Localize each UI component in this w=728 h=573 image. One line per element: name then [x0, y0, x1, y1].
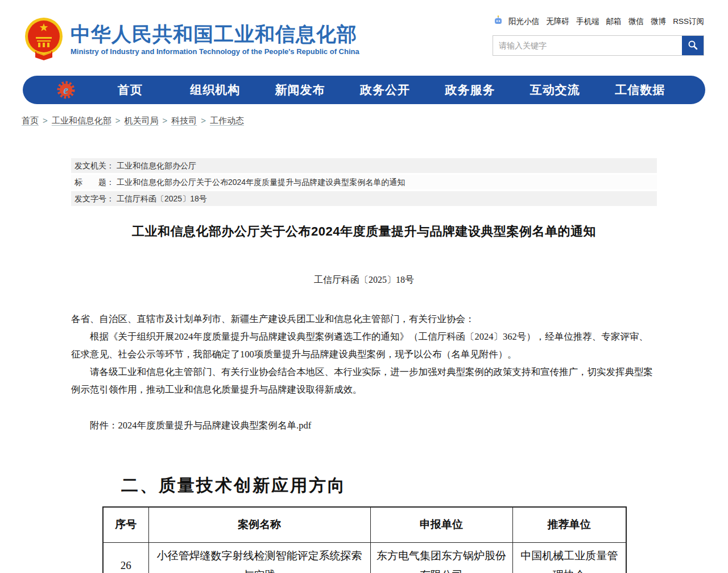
breadcrumb-separator: > — [201, 116, 206, 125]
search-input[interactable] — [493, 36, 682, 55]
breadcrumb-item[interactable]: 首页 — [22, 116, 39, 125]
nav-item[interactable]: 新闻发布 — [258, 82, 342, 98]
attachment-link[interactable]: 附件：2024年度质量提升与品牌建设典型案例名单.pdf — [71, 417, 657, 434]
doc-body: 工信厅科函〔2025〕18号 各省、自治区、直辖市及计划单列市、新疆生产建设兵团… — [71, 271, 657, 434]
brand: 中华人民共和国工业和信息化部 Ministry of Industry and … — [24, 16, 359, 63]
table-cell: 26 — [103, 542, 148, 573]
table-header-cell: 案例名称 — [148, 507, 370, 542]
meta-label: 发文字号： — [75, 194, 114, 203]
nav-item[interactable]: 互动交流 — [512, 82, 597, 98]
document-area: 发文机关：工业和信息化部办公厅标 题：工业和信息化部办公厅关于公布2024年度质… — [71, 158, 657, 573]
breadcrumb-item[interactable]: 科技司 — [171, 116, 197, 125]
paragraph: 根据《关于组织开展2024年度质量提升与品牌建设典型案例遴选工作的通知》（工信厅… — [71, 328, 657, 363]
national-emblem-icon — [24, 16, 64, 63]
table-header-cell: 推荐单位 — [512, 507, 626, 542]
breadcrumb: 首页>工业和信息化部>机关司局>科技司>工作动态 — [22, 116, 728, 126]
nav-item[interactable]: 首页 — [88, 82, 172, 98]
nav-item[interactable]: 政务服务 — [428, 82, 512, 98]
table-cell: 小径管焊缝数字射线检测智能评定系统探索与实践 — [148, 542, 370, 573]
table-cell: 中国机械工业质量管理协会 — [512, 542, 626, 573]
case-table: 序号案例名称申报单位推荐单位 26小径管焊缝数字射线检测智能评定系统探索与实践东… — [102, 506, 627, 573]
top-links-list: 阳光小信无障碍手机端邮箱微信微博RSS订阅 — [508, 17, 704, 27]
doc-title: 工业和信息化部办公厅关于公布2024年度质量提升与品牌建设典型案例名单的通知 — [71, 223, 657, 240]
table-header-row: 序号案例名称申报单位推荐单位 — [103, 507, 626, 542]
meta-label: 标 题： — [75, 178, 114, 187]
breadcrumb-item[interactable]: 工业和信息化部 — [52, 116, 111, 125]
site-subtitle: Ministry of Industry and Information Tec… — [71, 47, 359, 56]
site-header: 中华人民共和国工业和信息化部 Ministry of Industry and … — [0, 0, 728, 76]
top-link[interactable]: 邮箱 — [606, 17, 622, 27]
meta-value: 工业和信息化部办公厅关于公布2024年度质量提升与品牌建设典型案例名单的通知 — [117, 178, 405, 187]
top-link[interactable]: 手机端 — [576, 17, 599, 27]
nav-item[interactable]: 组织机构 — [172, 82, 257, 98]
table-header-cell: 申报单位 — [370, 507, 512, 542]
breadcrumb-separator: > — [115, 116, 121, 125]
sunshine-robot-icon — [493, 15, 504, 28]
nav-item[interactable]: 工信数据 — [598, 82, 682, 98]
paragraph: 请各级工业和信息化主管部门、有关行业协会结合本地区、本行业实际，进一步加强对典型… — [71, 363, 657, 398]
meta-row: 发文字号：工信厅科函〔2025〕18号 — [71, 191, 657, 206]
breadcrumb-item[interactable]: 机关司局 — [125, 116, 159, 125]
table-cell: 东方电气集团东方锅炉股份有限公司 — [370, 542, 512, 573]
meta-label: 发文机关： — [75, 161, 114, 170]
top-links: 阳光小信无障碍手机端邮箱微信微博RSS订阅 — [493, 15, 704, 28]
top-link[interactable]: 微博 — [651, 17, 666, 27]
table-header-cell: 序号 — [103, 507, 148, 542]
top-link[interactable]: 无障碍 — [546, 17, 569, 27]
salutation: 各省、自治区、直辖市及计划单列市、新疆生产建设兵团工业和信息化主管部门，有关行业… — [71, 310, 657, 328]
gear-logo-icon: e — [56, 80, 76, 100]
breadcrumb-separator: > — [163, 116, 168, 125]
meta-row: 标 题：工业和信息化部办公厅关于公布2024年度质量提升与品牌建设典型案例名单的… — [71, 175, 657, 189]
table-row: 26小径管焊缝数字射线检测智能评定系统探索与实践东方电气集团东方锅炉股份有限公司… — [103, 542, 626, 573]
search-box — [493, 35, 704, 56]
meta-value: 工业和信息化部办公厅 — [117, 161, 196, 170]
breadcrumb-separator: > — [43, 116, 48, 125]
header-right: 阳光小信无障碍手机端邮箱微信微博RSS订阅 — [493, 15, 704, 56]
meta-value: 工信厅科函〔2025〕18号 — [117, 194, 207, 203]
search-button[interactable] — [682, 36, 704, 55]
section-heading: 二、质量技术创新应用方向 — [121, 474, 657, 497]
doc-meta: 发文机关：工业和信息化部办公厅标 题：工业和信息化部办公厅关于公布2024年度质… — [71, 158, 657, 206]
table-body: 26小径管焊缝数字射线检测智能评定系统探索与实践东方电气集团东方锅炉股份有限公司… — [103, 542, 626, 573]
nav-item[interactable]: 政务公开 — [342, 82, 427, 98]
meta-row: 发文机关：工业和信息化部办公厅 — [71, 158, 657, 173]
top-link[interactable]: 微信 — [628, 17, 644, 27]
brand-text: 中华人民共和国工业和信息化部 Ministry of Industry and … — [71, 23, 359, 56]
search-icon — [688, 40, 698, 52]
breadcrumb-item[interactable]: 工作动态 — [210, 116, 244, 125]
top-link[interactable]: RSS订阅 — [673, 17, 704, 27]
svg-text:e: e — [64, 84, 69, 96]
site-title: 中华人民共和国工业和信息化部 — [71, 23, 359, 46]
top-link[interactable]: 阳光小信 — [508, 17, 539, 27]
doc-number: 工信厅科函〔2025〕18号 — [71, 271, 657, 288]
main-nav: e 首页组织机构新闻发布政务公开政务服务互动交流工信数据 — [23, 76, 705, 104]
